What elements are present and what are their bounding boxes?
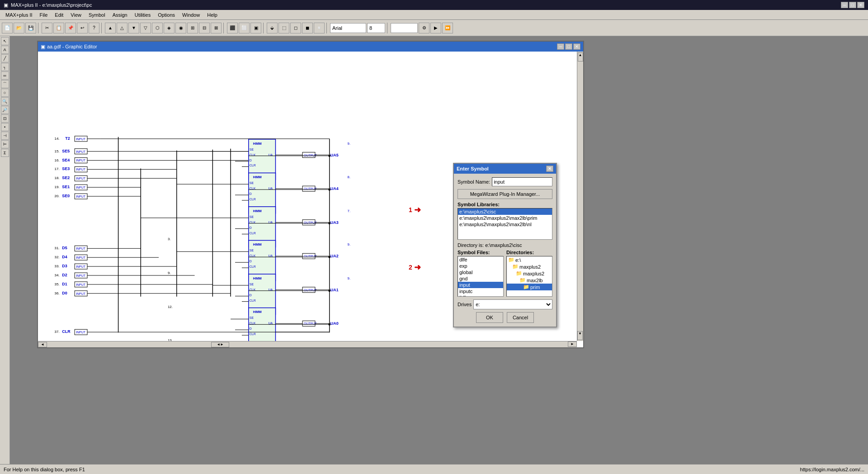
close-button[interactable]: ✕ — [857, 2, 864, 8]
tb1[interactable]: ▲ — [105, 23, 116, 33]
menu-window[interactable]: Window — [179, 11, 203, 19]
status-bar: For Help on this dialog box, press F1 ht… — [0, 464, 868, 474]
wire-btn[interactable]: ┐ — [1, 63, 9, 71]
paste-btn[interactable]: 📌 — [65, 23, 76, 33]
svg-text:17.: 17. — [54, 167, 59, 171]
arc-btn[interactable]: ⌒ — [1, 80, 9, 88]
svg-text:HMM: HMM — [253, 242, 262, 246]
dir-maxplus2-2[interactable]: 📁 maxplus2 — [507, 270, 552, 277]
help-btn[interactable]: ? — [89, 23, 99, 33]
tb13[interactable]: ▣ — [250, 23, 261, 33]
tb7[interactable]: ◉ — [175, 23, 186, 33]
bus2-btn[interactable]: ⊣ — [1, 132, 9, 140]
tb11[interactable]: ⬛ — [227, 23, 238, 33]
dirs-list[interactable]: 📁 e:\ 📁 maxplus2 📁 maxplus2 📁 max2lb — [506, 256, 552, 297]
menu-edit[interactable]: Edit — [51, 11, 67, 19]
menu-options[interactable]: Options — [154, 11, 179, 19]
cancel-button[interactable]: Cancel — [507, 312, 534, 323]
tb12[interactable]: ⬜ — [239, 23, 250, 33]
lib-item-0[interactable]: e:\maxplus2\cisc — [458, 209, 552, 215]
node-SE4: SE4 — [62, 158, 70, 162]
maximize-button[interactable]: □ — [849, 2, 856, 8]
save-btn[interactable]: 💾 — [25, 23, 36, 33]
copy-btn[interactable]: 📋 — [53, 23, 64, 33]
tb9[interactable]: ⊟ — [199, 23, 210, 33]
file-jkff[interactable]: jkff — [458, 294, 503, 297]
tb5[interactable]: ⬡ — [152, 23, 163, 33]
libraries-listbox[interactable]: e:\maxplus2\cisc e:\maxplus2\maxplus2\ma… — [458, 208, 552, 240]
tb15[interactable]: ⬚ — [278, 23, 289, 33]
zoom-input[interactable] — [391, 23, 418, 33]
file-global[interactable]: global — [458, 269, 503, 275]
dialog-close-btn[interactable]: ✕ — [546, 166, 553, 172]
tb14[interactable]: ⬙ — [267, 23, 278, 33]
drives-select[interactable]: e: — [473, 299, 552, 309]
menu-help[interactable]: Help — [203, 11, 221, 19]
new-btn[interactable]: 📄 — [2, 23, 13, 33]
tb6[interactable]: ◈ — [164, 23, 175, 33]
minimize-button[interactable]: ─ — [841, 2, 848, 8]
text-btn[interactable]: A — [1, 46, 9, 54]
sim-btn[interactable]: ▶ — [430, 23, 441, 33]
menu-assign[interactable]: Assign — [109, 11, 131, 19]
file-dlfe[interactable]: dlfe — [458, 256, 503, 263]
tb10[interactable]: ⊠ — [211, 23, 222, 33]
file-gnd[interactable]: gnd — [458, 275, 503, 282]
menu-view[interactable]: View — [67, 11, 85, 19]
menu-symbol[interactable]: Symbol — [85, 11, 109, 19]
zoom-in-btn[interactable]: 🔍 — [1, 97, 9, 105]
open-btn[interactable]: 📂 — [14, 23, 24, 33]
tb16[interactable]: ◻ — [290, 23, 301, 33]
dir-prim[interactable]: 📁 prim — [507, 284, 552, 290]
file-input[interactable]: input — [458, 282, 503, 288]
file-inputc[interactable]: inputc — [458, 288, 503, 294]
fit-btn[interactable]: ⊡ — [1, 114, 9, 123]
tb4[interactable]: ▽ — [140, 23, 151, 33]
compile-btn[interactable]: ⚙ — [419, 23, 429, 33]
editor-maximize-btn[interactable]: □ — [565, 43, 572, 50]
circle-btn[interactable]: ○ — [1, 89, 9, 97]
pin-btn[interactable]: ⊢ — [1, 140, 9, 148]
node-D0: D0 — [62, 291, 67, 295]
undo-btn[interactable]: ↩ — [77, 23, 88, 33]
editor-close-btn[interactable]: ✕ — [573, 43, 580, 50]
svg-text:20.: 20. — [54, 194, 59, 198]
tb3[interactable]: ▼ — [128, 23, 139, 33]
dir-e[interactable]: 📁 e:\ — [507, 256, 552, 263]
bus-btn[interactable]: ═ — [1, 71, 9, 80]
ok-button[interactable]: OK — [476, 312, 503, 323]
node-btn[interactable]: • — [1, 123, 9, 131]
dir-maxplus2-1[interactable]: 📁 maxplus2 — [507, 263, 552, 270]
sym-btn[interactable]: Σ — [1, 149, 9, 157]
font-name-input[interactable] — [330, 23, 366, 33]
directory-row: Directory is: e:\maxplus2\cisc — [458, 242, 552, 248]
svg-text:SE: SE — [250, 249, 254, 252]
editor-scrollbar-right[interactable]: ▲ ▼ — [577, 52, 583, 341]
file-exp[interactable]: exp — [458, 263, 503, 269]
megawizard-btn[interactable]: MegaWizard Plug-In Manager... — [458, 189, 552, 199]
zoom-out-btn[interactable]: 🔎 — [1, 106, 9, 114]
line-btn[interactable]: ╱ — [1, 54, 9, 62]
select-btn[interactable]: ↖ — [1, 37, 9, 45]
dialog-title-bar: Enter Symbol ✕ — [454, 164, 556, 174]
menu-utilities[interactable]: Utilities — [131, 11, 154, 19]
editor-minimize-btn[interactable]: ─ — [557, 43, 564, 50]
lib-item-2[interactable]: e:\maxplus2\maxplus2\max2lb\nl — [458, 221, 552, 228]
tb2[interactable]: △ — [117, 23, 127, 33]
output-UA1: UA1 — [330, 288, 339, 292]
tb18[interactable]: ◽ — [314, 23, 325, 33]
menu-file[interactable]: File — [36, 11, 52, 19]
sep2 — [101, 23, 103, 33]
tb17[interactable]: ◼ — [302, 23, 313, 33]
lib-item-1[interactable]: e:\maxplus2\maxplus2\max2lb\prim — [458, 215, 552, 221]
font-size-input[interactable] — [367, 23, 385, 33]
dir-max2lb[interactable]: 📁 max2lb — [507, 277, 552, 284]
svg-text:15.: 15. — [54, 149, 59, 153]
tb8[interactable]: ⊞ — [187, 23, 198, 33]
symbol-name-input[interactable] — [492, 177, 552, 186]
menu-maxplus[interactable]: MAX+plus II — [2, 11, 36, 19]
editor-scrollbar-bottom[interactable]: ◄ ► ◄► — [38, 341, 577, 347]
prog-btn[interactable]: ⏩ — [442, 23, 453, 33]
cut-btn[interactable]: ✂ — [42, 23, 52, 33]
files-list[interactable]: dlfe exp global gnd input inputc jkff jk… — [458, 256, 504, 297]
